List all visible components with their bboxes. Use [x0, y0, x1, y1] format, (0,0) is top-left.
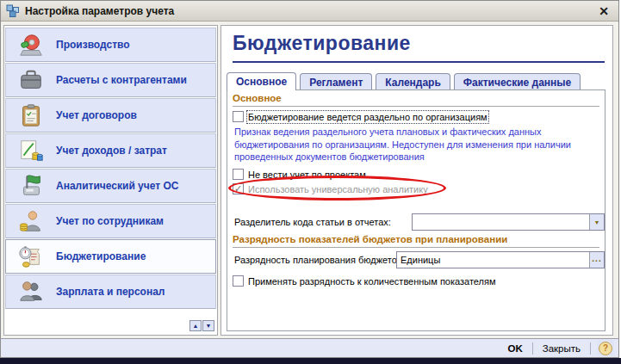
footer-divider [532, 342, 533, 355]
chart-cylinders-icon [6, 138, 56, 163]
ok-button[interactable]: OK [504, 342, 525, 355]
two-people-icon [6, 279, 56, 305]
tab-reglament[interactable]: Регламент [300, 73, 372, 90]
scroll-down-icon[interactable]: ▼ [202, 320, 214, 331]
checkbox-universal-analytics-checked: ✓ [233, 183, 244, 194]
sidebar-item-label: Аналитический учет ОС [56, 180, 178, 192]
section-header-main: Основное [233, 93, 282, 103]
sidebar-item-production[interactable]: Производство [5, 28, 216, 62]
close-icon[interactable]: ✕ [596, 4, 612, 18]
clipboard-icon [6, 102, 56, 128]
app-blocks-icon [6, 4, 20, 18]
stopwatch-scroll-icon [6, 244, 56, 269]
sidebar-item-fixed-assets[interactable]: Аналитический учет ОС [5, 169, 216, 203]
sidebar-item-contracts[interactable]: Учет договоров [5, 98, 216, 133]
footer-divider [590, 342, 591, 355]
planning-capacity-field[interactable]: Единицы ... [396, 251, 605, 268]
tab-kalendar[interactable]: Календарь [376, 73, 450, 90]
dropdown-arrow-icon[interactable]: ▼ [589, 214, 604, 230]
scroll-up-icon[interactable]: ▲ [189, 320, 202, 331]
production-gauge-icon [6, 32, 56, 58]
title-underline [233, 61, 605, 63]
sidebar-item-label: Учет доходов / затрат [56, 145, 167, 157]
sidebar-item-contractors[interactable]: Расчеты с контрагентами [5, 63, 216, 97]
planning-capacity-label: Разрядность планирования бюджетов: [234, 255, 405, 265]
title-bar: Настройка параметров учета ✕ [1, 1, 618, 22]
sidebar-item-income-expenses[interactable]: Учет доходов / затрат [5, 133, 216, 168]
checkbox-row-no-projects[interactable]: Не вести учет по проектам [233, 168, 366, 181]
checkbox-label: Использовать универсальную аналитику [248, 184, 428, 194]
checkbox-row-apply-quantity[interactable]: Применять разрядность к количественным п… [233, 275, 496, 287]
checkbox-row-separate-org[interactable]: Бюджетирование ведется раздельно по орга… [233, 110, 487, 123]
help-button[interactable]: ? [597, 340, 614, 356]
checkbox-separate-org[interactable] [233, 111, 244, 122]
screenshot: Настройка параметров учета ✕ Производств… [0, 0, 621, 364]
footer-bar: OK Закрыть ? [1, 339, 618, 357]
bottom-edge-strip [0, 358, 621, 364]
sidebar-item-label: Расчеты с контрагентами [56, 74, 187, 86]
checkbox-row-universal-analytics: ✓ Использовать универсальную аналитику [233, 182, 428, 195]
checkbox-label[interactable]: Бюджетирование ведется раздельно по орга… [248, 112, 487, 122]
main-panel: Бюджетирование Основное Регламент Календ… [220, 25, 613, 336]
sidebar-item-label: Учет договоров [56, 109, 137, 121]
briefcase-icon [6, 67, 56, 93]
code-separator-combobox[interactable]: ▼ [412, 213, 605, 231]
ellipsis-button[interactable]: ... [589, 252, 604, 268]
person-coins-icon [6, 208, 56, 234]
tab-osnovnoe[interactable]: Основное [227, 72, 296, 90]
tab-page-osnovnoe: Основное Бюджетирование ведется раздельн… [227, 89, 605, 331]
section-rule [233, 106, 599, 107]
section-header-capacity: Разрядность показателей бюджетов при пла… [233, 234, 507, 244]
description-text: Признак ведения раздельного учета планов… [234, 126, 591, 163]
tab-fakticheskie-dannye[interactable]: Фактические данные [454, 73, 581, 90]
window-title: Настройка параметров учета [25, 5, 596, 17]
sidebar-item-label: Учет по сотрудникам [56, 215, 164, 227]
combobox-value[interactable] [413, 214, 589, 230]
tab-strip: Основное Регламент Календарь Фактические… [227, 72, 584, 90]
sidebar-item-budgeting[interactable]: Бюджетирование [5, 239, 216, 274]
page-title: Бюджетирование [233, 32, 411, 55]
sidebar-item-label: Производство [56, 39, 130, 51]
help-icon[interactable]: ? [599, 342, 612, 355]
close-button[interactable]: Закрыть [539, 342, 584, 355]
sidebar-scroll-buttons: ▲ ▼ [189, 320, 214, 331]
field-value[interactable]: Единицы [397, 252, 589, 268]
sidebar-item-label: Бюджетирование [56, 250, 146, 262]
section-rule [233, 247, 599, 248]
code-separator-label: Разделитель кода статьи в отчетах: [234, 217, 391, 227]
green-flag-device-icon [6, 173, 56, 199]
sidebar-item-employees[interactable]: Учет по сотрудникам [5, 204, 216, 238]
checkbox-label[interactable]: Применять разрядность к количественным п… [248, 276, 496, 287]
checkbox-no-projects[interactable] [233, 169, 244, 180]
sidebar-item-label: Зарплата и персонал [56, 286, 165, 298]
sidebar-item-payroll[interactable]: Зарплата и персонал [5, 275, 216, 309]
sections-sidebar: Производство Расчеты с контрагентами Уче… [3, 25, 218, 336]
checkbox-apply-quantity[interactable] [233, 275, 244, 287]
checkbox-label[interactable]: Не вести учет по проектам [248, 170, 366, 180]
